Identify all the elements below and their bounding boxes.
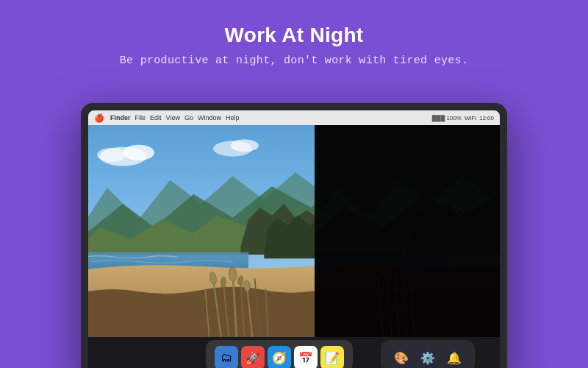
dock-icon-finder: 🗂 <box>215 346 238 368</box>
menu-view: View <box>166 114 180 121</box>
menu-battery: ▓▓▓ 100% <box>432 115 462 121</box>
svg-point-21 <box>123 145 154 160</box>
main-title: Work At Night <box>120 24 468 47</box>
dock-icon-calendar: 📅 <box>294 346 318 368</box>
menu-finder: Finder <box>110 114 131 121</box>
menu-window: Window <box>198 114 221 121</box>
mac-frame: 🍎 Finder File Edit View Go Window Help ▓… <box>81 103 507 368</box>
menu-items: Finder File Edit View Go Window Help <box>110 114 239 121</box>
dock-icon-app3: 🔔 <box>442 346 466 368</box>
screen-night <box>315 125 500 337</box>
menu-time: 12:00 <box>479 115 494 121</box>
svg-point-22 <box>97 148 125 162</box>
dock-icon-app1: 🎨 <box>390 346 413 368</box>
menu-help: Help <box>226 114 240 121</box>
menu-right: ▓▓▓ 100% WiFi 12:00 <box>432 115 494 121</box>
dock-right: 🎨 ⚙️ 🔔 <box>381 340 475 368</box>
dock-icon-notes: 📝 <box>320 346 344 368</box>
menu-wifi: WiFi <box>465 115 476 121</box>
menu-bar: 🍎 Finder File Edit View Go Window Help ▓… <box>88 110 500 125</box>
menu-edit: Edit <box>150 114 162 121</box>
mac-screen: 🍎 Finder File Edit View Go Window Help ▓… <box>88 110 500 368</box>
dock-icon-app2: ⚙️ <box>416 346 440 368</box>
svg-rect-35 <box>315 125 500 337</box>
mac-mockup: 🍎 Finder File Edit View Go Window Help ▓… <box>81 103 507 368</box>
subtitle: Be productive at night, don't work with … <box>120 54 468 67</box>
dock-left: 🗂 🚀 🧭 📅 📝 <box>206 340 353 368</box>
menu-go: Go <box>184 114 193 121</box>
screen-content <box>88 125 500 337</box>
screen-day <box>88 125 315 337</box>
dock-icon-safari: 🧭 <box>268 346 291 368</box>
svg-point-24 <box>230 139 258 152</box>
header-section: Work At Night Be productive at night, do… <box>120 0 468 67</box>
menu-file: File <box>135 114 146 121</box>
dock-area: 🗂 🚀 🧭 📅 📝 🎨 ⚙️ 🔔 <box>88 337 500 368</box>
dock-icon-launchpad: 🚀 <box>241 346 265 368</box>
